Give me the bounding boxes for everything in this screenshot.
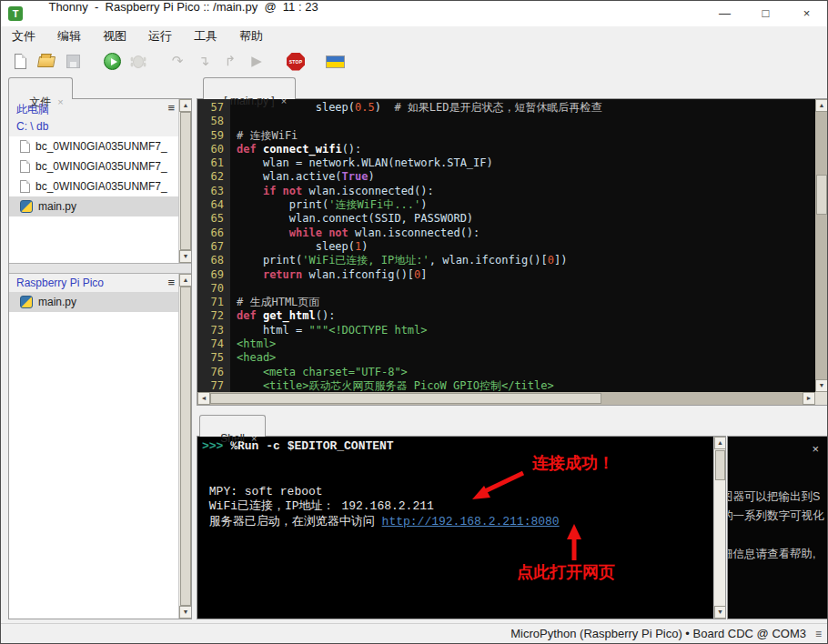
line-number: 75 <box>197 351 230 365</box>
menu-edit[interactable]: 编辑 <box>46 26 92 46</box>
panel-divider[interactable] <box>9 263 191 274</box>
text-segment <box>237 226 289 239</box>
tab-main-py-close-icon[interactable]: × <box>281 96 287 106</box>
code-line[interactable]: 60def connect_wifi(): <box>197 143 815 156</box>
code-line-text: print('连接WiFi中...') <box>230 198 427 212</box>
menu-view[interactable]: 视图 <box>92 26 137 46</box>
file-item-label: main.py <box>38 200 76 213</box>
code-line[interactable]: 64 print('连接WiFi中...') <box>197 198 815 212</box>
scroll-down-button[interactable]: ▼ <box>179 250 191 263</box>
local-files-section: 此电脑 ≡ C: \ db bc_0WIN0GIA035UNMF7_bc_0WI… <box>9 99 191 263</box>
tab-files[interactable]: 文件× <box>8 77 73 99</box>
tab-files-close-icon[interactable]: × <box>57 96 63 107</box>
file-item[interactable]: main.py <box>9 196 178 216</box>
code-line[interactable]: 68 print('WiFi已连接, IP地址:', wlan.ifconfig… <box>197 254 815 267</box>
code-line[interactable]: 62 wlan.active(True) <box>197 170 815 184</box>
code-editor[interactable]: 57 sleep(0.5) # 如果LED是开启状态，短暂休眠后再检查5859#… <box>197 98 828 406</box>
text-segment <box>237 268 263 281</box>
menu-tools[interactable]: 工具 <box>183 26 228 46</box>
resize-grip-icon[interactable]: ≡ <box>815 628 822 640</box>
text-segment: wlan.connect(SSID, PASSWORD) <box>237 212 473 225</box>
code-line-text: # 连接WiFi <box>230 129 298 143</box>
text-segment: <title>跃动芯火网页服务器 PicoW GPIO控制</title> <box>237 379 554 392</box>
scroll-up-button[interactable]: ▲ <box>714 437 726 449</box>
code-line[interactable]: 66 while not wlan.isconnected(): <box>197 226 815 240</box>
shell-output[interactable]: >>> %Run -c $EDITOR_CONTENT MPY: soft re… <box>197 437 713 619</box>
menu-help[interactable]: 帮助 <box>228 26 274 46</box>
code-line[interactable]: 59# 连接WiFi <box>197 129 815 143</box>
code-line[interactable]: 65 wlan.connect(SSID, PASSWORD) <box>197 212 815 226</box>
menu-file[interactable]: 文件 <box>1 26 46 46</box>
stop-restart-button[interactable]: STOP <box>286 51 306 73</box>
editor-vscroll-thumb[interactable] <box>816 175 827 215</box>
code-line[interactable]: 76 <meta charset="UTF-8"> <box>197 366 815 379</box>
text-segment: <html> <box>237 337 276 350</box>
maximize-button[interactable]: □ <box>745 1 786 26</box>
line-number: 76 <box>197 366 230 379</box>
shell-url-link[interactable]: http://192.168.2.211:8080 <box>382 515 560 528</box>
text-segment: MPY: soft reboot <box>202 485 323 498</box>
text-segment: # 如果LED是开启状态，短暂休眠后再检查 <box>394 101 601 114</box>
code-line[interactable]: 63 if not wlan.isconnected(): <box>197 185 815 198</box>
code-line[interactable]: 75<head> <box>197 351 815 365</box>
code-line[interactable]: 61 wlan = network.WLAN(network.STA_IF) <box>197 156 815 170</box>
text-segment: # 生成HTML页面 <box>237 296 319 308</box>
text-segment: 0 <box>548 254 554 267</box>
section-menu-icon[interactable]: ≡ <box>167 276 175 289</box>
editor-hscrollbar[interactable]: ◄ ► <box>197 392 815 405</box>
editor-vscrollbar[interactable]: ▲ ▼ <box>815 99 828 392</box>
scroll-down-button[interactable]: ▼ <box>815 379 828 392</box>
file-item[interactable]: main.py <box>9 292 178 312</box>
interpreter-status-label[interactable]: MicroPython (Raspberry Pi Pico) • Board … <box>510 627 806 640</box>
code-line[interactable]: 72def get_html(): <box>197 309 815 323</box>
plotter-close-icon[interactable]: × <box>812 442 819 456</box>
open-file-button[interactable] <box>36 51 56 73</box>
tab-shell[interactable]: Shell× <box>199 415 266 437</box>
annotation-connect-success: 连接成功！ <box>532 452 614 474</box>
scroll-thumb[interactable] <box>180 112 191 250</box>
close-button[interactable]: × <box>786 1 827 26</box>
code-line[interactable]: 74<html> <box>197 337 815 351</box>
scroll-right-button[interactable]: ► <box>803 392 815 405</box>
code-line[interactable]: 58 <box>197 115 815 128</box>
shell-vscroll-thumb[interactable] <box>715 450 725 480</box>
code-line[interactable]: 57 sleep(0.5) # 如果LED是开启状态，短暂休眠后再检查 <box>197 101 815 115</box>
code-line[interactable]: 67 sleep(1) <box>197 240 815 254</box>
scroll-up-button[interactable]: ▲ <box>179 99 191 112</box>
file-item[interactable]: bc_0WIN0GIA035UNMF7_ <box>9 176 178 196</box>
text-segment: print( <box>237 254 302 267</box>
code-line-text: return wlan.ifconfig()[0] <box>230 268 428 282</box>
minimize-button[interactable]: — <box>704 1 745 26</box>
shell-panel[interactable]: >>> %Run -c $EDITOR_CONTENT MPY: soft re… <box>197 436 726 619</box>
file-item[interactable]: bc_0WIN0GIA035UNMF7_ <box>9 136 178 156</box>
scroll-up-button[interactable]: ▲ <box>179 274 191 287</box>
code-line-text: print('WiFi已连接, IP地址:', wlan.ifconfig()[… <box>230 254 567 267</box>
file-item[interactable]: bc_0WIN0GIA035UNMF7_ <box>9 156 178 176</box>
run-script-button[interactable] <box>102 51 122 73</box>
code-line[interactable]: 71# 生成HTML页面 <box>197 296 815 309</box>
scroll-down-button[interactable]: ▼ <box>179 606 191 619</box>
scroll-down-button[interactable]: ▼ <box>714 606 726 619</box>
ukraine-flag-button[interactable] <box>325 51 345 73</box>
scroll-thumb[interactable] <box>180 287 191 606</box>
scroll-up-button[interactable]: ▲ <box>815 99 828 112</box>
editor-hscroll-thumb[interactable] <box>210 393 601 404</box>
code-area[interactable]: 57 sleep(0.5) # 如果LED是开启状态，短暂休眠后再检查5859#… <box>197 99 815 392</box>
current-path-label[interactable]: C: \ db <box>9 120 191 136</box>
code-line[interactable]: 77 <title>跃动芯火网页服务器 PicoW GPIO控制</title> <box>197 379 815 392</box>
shell-vscrollbar[interactable]: ▲ ▼ <box>713 437 725 619</box>
tab-shell-close-icon[interactable]: × <box>251 433 257 444</box>
code-line[interactable]: 69 return wlan.ifconfig()[0] <box>197 268 815 282</box>
files-scrollbar[interactable]: ▲ ▼ <box>178 99 191 263</box>
code-line[interactable]: 73 html = """<!DOCTYPE html> <box>197 324 815 337</box>
code-line[interactable]: 70 <box>197 282 815 296</box>
section-menu-icon[interactable]: ≡ <box>167 101 175 115</box>
shell-line <box>202 469 713 485</box>
new-file-button[interactable] <box>10 51 30 73</box>
raspberry-pi-pico-label[interactable]: Raspberry Pi Pico <box>16 277 104 289</box>
files-scrollbar[interactable]: ▲ ▼ <box>178 274 191 619</box>
tab-main-py[interactable]: [ main.py ]× <box>203 77 296 99</box>
menu-run[interactable]: 运行 <box>137 26 183 46</box>
scroll-left-button[interactable]: ◄ <box>197 392 210 405</box>
device-files-header[interactable]: Raspberry Pi Pico ≡ <box>9 274 191 292</box>
